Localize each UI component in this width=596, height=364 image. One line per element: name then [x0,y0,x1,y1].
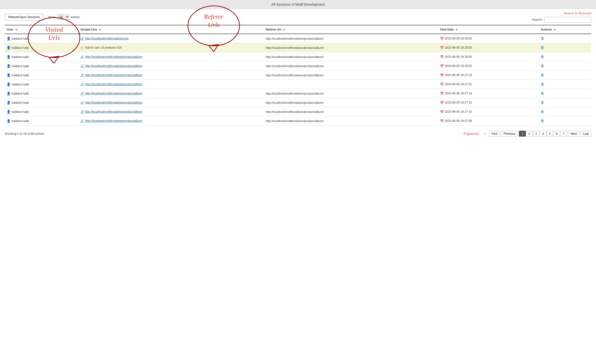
visited-url-cell: 🔗 http://localhost/motifcreatives/produc… [78,89,264,98]
link-icon: 🔗 [80,64,84,68]
user-link[interactable]: 👤 halikbol halik [7,73,76,77]
first-page-button[interactable]: First [489,131,500,137]
page-number-buttons: 1234567 [519,131,567,137]
user-icon: 👤 [7,46,11,50]
referer-url-cell: http://localhost/motifcreatives/product/… [264,43,438,52]
toolbar: Refresh/Sync Sessions Show 10 25 50 100 … [0,9,596,25]
user-link[interactable]: 👤 halikbol halik [7,36,76,40]
delete-button[interactable]: 🗑 [541,119,544,123]
search-input[interactable] [544,17,591,22]
delete-button[interactable]: 🗑 [541,101,544,105]
user-link[interactable]: 👤 halikbol halik [7,46,76,50]
user-cell: 👤 halikbol halik [5,89,78,98]
sort-arrows-visited: ⇅ [99,28,101,31]
user-link[interactable]: 👤 halikbol halik [7,101,76,104]
show-entries-control: Show 10 25 50 100 entries [48,14,80,20]
visited-url-cell: 🔗 http://localhost/motifcreatives/produc… [78,52,264,61]
delete-button[interactable]: 🗑 [541,91,544,95]
referer-url-text: http://localhost/motifcreatives/product/… [266,55,324,59]
referer-url-cell: http://localhost/motifcreatives/product/… [264,116,438,125]
sessions-table: User ⇅ Visited Urls ⇅ Referer Url ⇅ Visi… [5,25,591,125]
referer-url-cell: http://localhost/motifcreatives/product/… [264,52,438,61]
user-icon: 👤 [7,82,11,86]
user-icon: 👤 [7,101,11,104]
referer-url-cell: http://localhost/motifcreatives/product/… [264,61,438,71]
delete-button[interactable]: 🗑 [541,45,544,50]
table-row: 👤 halikbol halik 🔗 http://localhost/moti… [5,52,591,61]
page-title: All Sessions of Motif Development [0,0,596,9]
delete-button[interactable]: 🗑 [541,109,544,114]
pagination-controls: Pagination → First Previous 1234567 Next… [463,131,591,137]
pagination-annotation-label: Pagination [463,132,479,136]
entries-select[interactable]: 10 25 50 100 [57,14,69,20]
page-7-button[interactable]: 7 [560,131,567,137]
referer-url-cell: http://localhost/motifcreatives/product/… [264,98,438,107]
visit-date-value: 📅 2023-06-05 18:27:08 [440,119,537,123]
delete-button[interactable]: 🗑 [541,64,544,68]
previous-page-button[interactable]: Previous [501,131,518,137]
calendar-icon: 📅 [440,37,444,40]
page-3-button[interactable]: 3 [533,131,540,137]
page-6-button[interactable]: 6 [553,131,560,137]
visited-url-link[interactable]: 🔗 http://localhost/motifcreatives/produc… [80,73,262,77]
col-header-referer-url[interactable]: Referer Url ⇅ [264,25,438,34]
page-1-button[interactable]: 1 [519,131,526,137]
visited-url-link[interactable]: 🔗 http://localhost/motifcreatives/produc… [80,110,262,114]
page-2-button[interactable]: 2 [526,131,533,137]
actions-cell: 🗑 [539,89,591,98]
visited-url-cell: 🔗 http://localhost/motifcreatives/produc… [78,71,264,80]
actions-cell: 🗑 [539,34,591,43]
last-page-button[interactable]: Last [580,131,591,137]
table-container: User ⇅ Visited Urls ⇅ Referer Url ⇅ Visi… [0,25,596,125]
visit-date-cell: 📅 2023-06-05 18:27:23 [438,71,539,80]
page-4-button[interactable]: 4 [540,131,546,137]
visit-date-value: 📅 2023-06-05 18:27:21 [440,83,537,86]
user-link[interactable]: 👤 halikbol halik [7,55,76,59]
referer-url-cell [264,80,438,89]
visited-url-link[interactable]: 🔗 http://localhost/motifcreatives/produc… [80,55,262,59]
user-link[interactable]: 👤 halikbol halik [7,64,76,68]
visited-url-link[interactable]: 🔗 http://localhost/motifcreatives/produc… [80,119,262,123]
col-header-visited-url[interactable]: Visited Urls ⇅ [78,25,264,34]
visit-date-value: 📅 2023-06-05 18:28:50 [440,46,537,50]
sort-arrows-referer: ⇅ [283,28,285,31]
calendar-icon: 📅 [440,46,444,50]
actions-cell: 🗑 [539,43,591,52]
delete-button[interactable]: 🗑 [541,36,544,41]
user-cell: 👤 halikbol halik [5,116,78,125]
search-by-keyword-label: Search by Keyword [564,11,591,15]
visited-url-link[interactable]: 🔗 http://localhost/motifcreatives/cart [80,37,262,40]
table-row: 👤 halikbol halik 🔗 http://localhost/moti… [5,89,591,98]
sort-arrows-user: ⇅ [15,28,17,31]
visit-date-cell: 📅 2023-06-05 18:28:50 [438,52,539,61]
delete-button[interactable]: 🗑 [541,73,544,77]
refresh-button[interactable]: Refresh/Sync Sessions [5,14,43,20]
table-row: 👤 halikbol halik 🔗 http://localhost/moti… [5,116,591,125]
visited-url-link[interactable]: 🔗 http://localhost/motifcreatives/produc… [80,83,262,86]
calendar-icon: 📅 [440,73,444,77]
delete-button[interactable]: 🗑 [541,82,544,86]
visited-url-link[interactable]: 🔗 http://localhost/motifcreatives/produc… [80,64,262,68]
user-link[interactable]: 👤 halikbol halik [7,92,76,95]
visited-url-link[interactable]: 🔗 http://localhost/motifcreatives/produc… [80,101,262,104]
entries-label: entries [71,15,80,19]
link-icon: 🔗 [80,55,84,59]
table-row: 👤 halikbol halik 🔗 http://localhost/moti… [5,71,591,80]
link-icon: 🔗 [80,101,84,104]
user-icon: 👤 [7,119,11,123]
page-5-button[interactable]: 5 [546,131,553,137]
user-link[interactable]: 👤 halikbol halik [7,110,76,114]
user-link[interactable]: 👤 halikbol halik [7,119,76,123]
table-row: 👤 halikbol halik 🛒 Add to cart: x3 produ… [5,43,591,52]
col-header-visit-date[interactable]: Visit Date ⇅ [438,25,539,34]
visited-url-link[interactable]: 🔗 http://localhost/motifcreatives/produc… [80,92,262,95]
col-header-user[interactable]: User ⇅ [5,25,78,34]
user-link[interactable]: 👤 halikbol halik [7,82,76,86]
link-icon: 🔗 [80,73,84,77]
toolbar-right: Search by Keyword Search: [532,11,591,22]
next-page-button[interactable]: Next [568,131,580,137]
showing-text: Showing 1 to 10 of 66 entries [5,132,44,135]
visit-date-value: 📅 2023-06-05 18:28:53 [440,37,537,40]
delete-button[interactable]: 🗑 [541,55,544,59]
calendar-icon: 📅 [440,101,444,104]
